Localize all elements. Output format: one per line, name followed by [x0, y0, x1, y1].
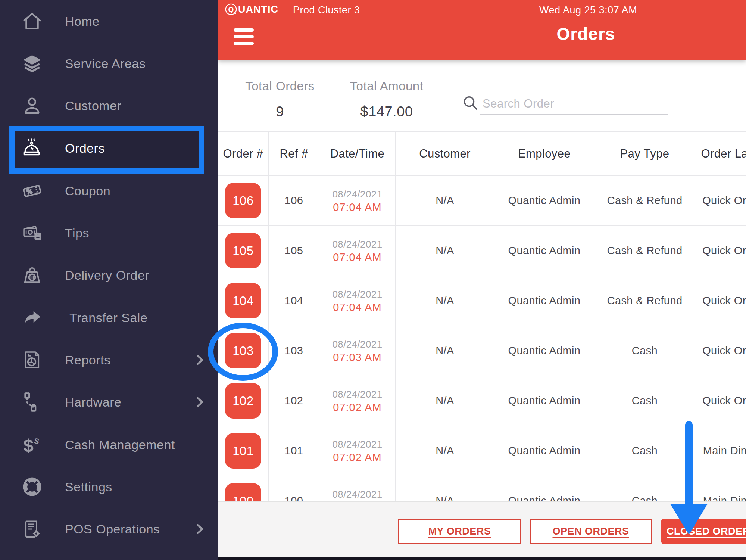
- total-amount-label: Total Amount: [336, 79, 437, 93]
- order-number-button[interactable]: 101: [225, 433, 261, 469]
- order-datetime: 08/24/2021 07:02 AM: [319, 376, 396, 426]
- svg-text:Q: Q: [228, 6, 234, 13]
- order-datetime: 08/24/2021 07:04 AM: [319, 226, 396, 276]
- sidebar-item-reports[interactable]: Reports: [0, 339, 218, 381]
- arrow-annotation-shaft: [685, 421, 693, 506]
- chevron-right-icon: [193, 523, 206, 535]
- sidebar-item-label: Orders: [65, 141, 105, 156]
- dollar-icon: $s: [22, 434, 43, 455]
- sidebar: Home Service Areas Customer Orders Coupo: [0, 0, 218, 560]
- report-icon: [22, 349, 43, 370]
- page-title: Orders: [530, 24, 642, 44]
- employee-cell: Quantic Admin: [494, 376, 594, 426]
- sidebar-item-delivery-order[interactable]: Delivery Order: [0, 254, 218, 296]
- share-arrow-icon: [22, 307, 43, 328]
- bottom-edge-bar: [218, 557, 746, 560]
- sidebar-item-cash-management[interactable]: $s Cash Management: [0, 424, 218, 466]
- order-datetime: 08/24/2021 07:02 AM: [319, 426, 396, 476]
- sidebar-item-tips[interactable]: Tips: [0, 212, 218, 254]
- svg-text:$: $: [24, 435, 34, 455]
- sidebar-item-label: Settings: [65, 480, 112, 494]
- sidebar-item-label: Coupon: [65, 184, 110, 198]
- employee-cell: Quantic Admin: [494, 276, 594, 326]
- order-time: 07:03 AM: [333, 351, 382, 364]
- search-input[interactable]: [482, 95, 666, 113]
- arrow-annotation-head: [670, 504, 708, 535]
- customer-cell: N/A: [396, 226, 494, 276]
- table-row[interactable]: 104 104 08/24/2021 07:04 AM N/A Quantic …: [218, 276, 746, 326]
- orderlabel-cell: Quick Order: [695, 326, 746, 376]
- table-row[interactable]: 106 106 08/24/2021 07:04 AM N/A Quantic …: [218, 176, 746, 226]
- hamburger-menu-icon[interactable]: [234, 28, 255, 46]
- table-header-row: Order # Ref # Date/Time Customer Employe…: [218, 131, 746, 176]
- sidebar-item-label: Tips: [65, 226, 89, 240]
- table-body: 106 106 08/24/2021 07:04 AM N/A Quantic …: [218, 176, 746, 526]
- paytype-cell: Cash & Refund: [594, 176, 695, 225]
- order-date: 08/24/2021: [332, 488, 382, 501]
- order-time: 07:02 AM: [333, 451, 382, 464]
- customer-cell: N/A: [396, 426, 494, 476]
- order-number-button[interactable]: 102: [225, 383, 261, 419]
- orderlabel-cell: Quick Order: [695, 226, 746, 276]
- column-header-orderlabel: Order Label: [695, 132, 746, 175]
- customer-cell: N/A: [396, 276, 494, 326]
- chevron-right-icon: [193, 354, 206, 366]
- order-time: 07:04 AM: [333, 251, 382, 264]
- sidebar-item-hardware[interactable]: Hardware: [0, 381, 218, 423]
- table-row[interactable]: 102 102 08/24/2021 07:02 AM N/A Quantic …: [218, 376, 746, 426]
- orderlabel-cell: Quick Order: [695, 176, 746, 225]
- orderlabel-cell: Main Dining: [695, 426, 746, 476]
- table-row[interactable]: 105 105 08/24/2021 07:04 AM N/A Quantic …: [218, 226, 746, 276]
- table-row[interactable]: 103 103 08/24/2021 07:03 AM N/A Quantic …: [218, 326, 746, 376]
- column-header-datetime: Date/Time: [319, 132, 396, 175]
- coupon-icon: [22, 180, 43, 201]
- sidebar-item-transfer-sale[interactable]: Transfer Sale: [0, 297, 218, 339]
- sidebar-item-label: Hardware: [65, 395, 121, 410]
- sidebar-item-label: Home: [65, 14, 100, 29]
- pos-app-window: Home Service Areas Customer Orders Coupo: [0, 0, 746, 560]
- layers-icon: [22, 53, 43, 74]
- my-orders-button[interactable]: MY ORDERS: [398, 519, 521, 544]
- customer-cell: N/A: [396, 176, 494, 225]
- sidebar-item-customer[interactable]: Customer: [0, 85, 218, 127]
- order-date: 08/24/2021: [332, 388, 382, 401]
- sidebar-item-coupon[interactable]: Coupon: [0, 170, 218, 212]
- total-amount-value: $147.00: [336, 104, 437, 120]
- person-icon: [22, 95, 43, 116]
- order-number-button[interactable]: 104: [225, 283, 261, 318]
- sidebar-item-settings[interactable]: Settings: [0, 466, 218, 508]
- ref-number: 102: [269, 376, 319, 426]
- order-date: 08/24/2021: [332, 338, 382, 351]
- sidebar-item-label: Transfer Sale: [69, 311, 147, 325]
- paytype-cell: Cash: [594, 326, 695, 376]
- sidebar-item-home[interactable]: Home: [0, 0, 218, 42]
- svg-text:s: s: [33, 435, 41, 446]
- employee-cell: Quantic Admin: [494, 226, 594, 276]
- order-103-circle-annotation: [208, 323, 278, 381]
- paytype-cell: Cash: [594, 426, 695, 476]
- sidebar-item-service-areas[interactable]: Service Areas: [0, 43, 218, 84]
- table-row[interactable]: 101 101 08/24/2021 07:02 AM N/A Quantic …: [218, 426, 746, 476]
- paytype-cell: Cash: [594, 376, 695, 426]
- delivery-bag-icon: [22, 265, 43, 286]
- open-orders-button[interactable]: OPEN ORDERS: [530, 519, 652, 544]
- sidebar-item-orders[interactable]: Orders: [0, 127, 218, 169]
- order-datetime: 08/24/2021 07:03 AM: [319, 326, 396, 376]
- ref-number: 106: [269, 176, 319, 225]
- employee-cell: Quantic Admin: [494, 176, 594, 225]
- paytype-cell: Cash & Refund: [594, 226, 695, 276]
- money-icon: [22, 223, 43, 243]
- ref-number: 105: [269, 226, 319, 276]
- orderlabel-cell: Quick Order: [695, 376, 746, 426]
- column-header-paytype: Pay Type: [594, 132, 695, 175]
- sidebar-item-label: Customer: [65, 99, 121, 113]
- top-header: Q UANTIC Prod Cluster 3 Wed Aug 25 3:07 …: [218, 0, 746, 60]
- total-orders-label: Total Orders: [231, 79, 328, 93]
- order-number-button[interactable]: 105: [225, 233, 261, 268]
- brand-text: UANTIC: [238, 4, 278, 15]
- column-header-ref: Ref #: [269, 132, 319, 175]
- sidebar-item-label: Cash Management: [65, 438, 175, 452]
- employee-cell: Quantic Admin: [494, 426, 594, 476]
- sidebar-item-pos-operations[interactable]: POS Operations: [0, 508, 218, 550]
- order-number-button[interactable]: 106: [225, 183, 261, 218]
